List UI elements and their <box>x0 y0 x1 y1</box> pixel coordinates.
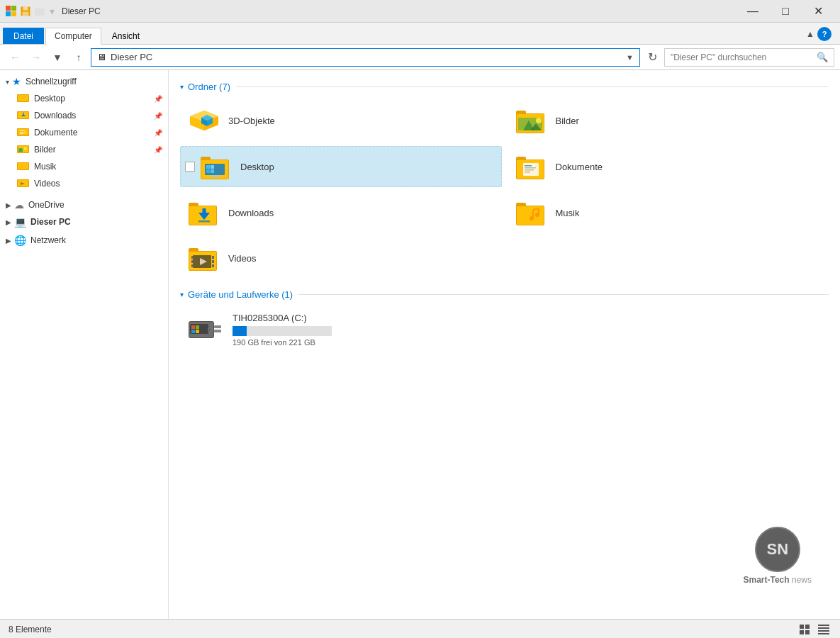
svg-rect-61 <box>525 169 534 171</box>
c-drive-bar-container <box>233 326 332 336</box>
schnellzugriff-label: Schnellzugriff <box>26 77 77 86</box>
ordner-chevron-icon: ▾ <box>180 83 184 91</box>
folder-item-dokumente[interactable]: Dokumente <box>508 146 829 187</box>
folder-item-3d-objekte[interactable]: 3D-Objekte <box>180 101 502 140</box>
tab-ansicht[interactable]: Ansicht <box>103 28 149 44</box>
onedrive-chevron: ▶ <box>6 201 11 209</box>
view-grid-button[interactable] <box>797 622 813 637</box>
ordner-section-header[interactable]: ▾ Ordner (7) <box>180 82 829 92</box>
desktop-checkbox[interactable] <box>185 162 195 172</box>
svg-rect-92 <box>214 325 221 328</box>
svg-rect-104 <box>818 633 829 634</box>
minimize-button[interactable]: — <box>737 0 769 23</box>
sidebar-dokumente-label: Dokumente <box>34 128 77 138</box>
title-bar-controls: — □ ✕ <box>737 0 834 23</box>
folder-item-musik[interactable]: Musik <box>508 193 829 233</box>
svg-rect-19 <box>20 133 23 134</box>
sidebar-videos-label: Videos <box>34 179 60 189</box>
sidebar-dieser-pc-header[interactable]: ▶ 💻 Dieser PC <box>0 213 168 230</box>
videos-folder-icon <box>17 177 30 190</box>
svg-text:♪: ♪ <box>21 164 23 169</box>
desktop-pin-icon: 📌 <box>154 95 162 103</box>
status-bar-right <box>797 622 831 637</box>
save-icon[interactable] <box>20 6 31 17</box>
drive-item-c[interactable]: TIH0285300A (C:) 190 GB frei von 221 GB <box>180 308 829 351</box>
dokumente-label: Dokumente <box>556 162 603 172</box>
tab-datei[interactable]: Datei <box>3 28 44 44</box>
svg-rect-17 <box>20 130 25 131</box>
address-input[interactable]: 🖥 Dieser PC ▼ <box>91 48 640 67</box>
maximize-button[interactable]: □ <box>769 0 802 23</box>
c-drive-name: TIH0285300A (C:) <box>233 313 822 323</box>
search-box[interactable]: 🔍 <box>664 48 834 67</box>
ribbon-collapse-icon[interactable]: ▲ <box>806 29 814 39</box>
svg-rect-81 <box>212 256 214 259</box>
tab-computer[interactable]: Computer <box>45 28 101 45</box>
sidebar-item-desktop[interactable]: Desktop 📌 <box>0 90 168 107</box>
dieser-pc-label: Dieser PC <box>30 217 71 227</box>
svg-rect-83 <box>212 264 214 267</box>
sidebar-item-dokumente[interactable]: Dokumente 📌 <box>0 124 168 141</box>
svg-rect-5 <box>23 6 28 10</box>
ordner-section-title: Ordner (7) <box>188 82 230 92</box>
ribbon-help: ▲ ? <box>806 27 837 44</box>
back-button[interactable]: ← <box>6 48 24 67</box>
svg-rect-67 <box>203 208 206 214</box>
dokumente-folder-icon <box>17 126 30 139</box>
svg-rect-71 <box>517 206 544 225</box>
downloads-folder-icon <box>17 109 30 122</box>
c-drive-icon <box>187 314 224 345</box>
musik-label: Musik <box>556 208 580 218</box>
dieser-pc-chevron: ▶ <box>6 218 11 226</box>
dropdown-button[interactable]: ▼ <box>48 48 67 67</box>
drives-section-header[interactable]: ▾ Geräte und Laufwerke (1) <box>180 289 829 300</box>
svg-rect-3 <box>11 11 16 16</box>
drives-section-title: Geräte und Laufwerke (1) <box>188 289 293 300</box>
svg-rect-80 <box>191 264 194 267</box>
search-icon[interactable]: 🔍 <box>817 52 828 62</box>
svg-rect-78 <box>191 256 194 259</box>
dokumente-pin-icon: 📌 <box>154 129 162 137</box>
svg-rect-88 <box>191 325 195 329</box>
netzwerk-label: Netzwerk <box>30 235 66 245</box>
new-folder-icon[interactable] <box>34 6 45 17</box>
sidebar-onedrive-header[interactable]: ▶ ☁ OneDrive <box>0 196 168 213</box>
address-bar: ← → ▼ ↑ 🖥 Dieser PC ▼ ↻ 🔍 <box>0 45 840 70</box>
svg-rect-103 <box>818 630 829 632</box>
bilder-folder-icon <box>17 143 30 156</box>
folder-item-videos[interactable]: Videos <box>180 238 502 278</box>
videos-label: Videos <box>228 253 257 264</box>
videos-folder-icon-main <box>187 242 221 274</box>
up-button[interactable]: ↑ <box>69 48 88 67</box>
svg-rect-89 <box>196 325 199 329</box>
folder-item-bilder[interactable]: Bilder <box>508 101 829 140</box>
sidebar-item-musik[interactable]: ♪ Musik <box>0 158 168 175</box>
sidebar-netzwerk-header[interactable]: ▶ 🌐 Netzwerk <box>0 232 168 249</box>
help-button[interactable]: ? <box>817 27 831 41</box>
dieser-pc-icon: 💻 <box>14 216 26 228</box>
close-button[interactable]: ✕ <box>802 0 834 23</box>
bilder-folder-icon-main <box>515 105 549 136</box>
refresh-button[interactable]: ↻ <box>643 48 661 67</box>
downloads-label: Downloads <box>228 208 274 218</box>
search-input[interactable] <box>671 52 817 62</box>
svg-rect-0 <box>6 6 11 11</box>
watermark: SN Smart-Tech news <box>744 527 812 585</box>
main-layout: ▾ ★ Schnellzugriff Desktop 📌 Downloads 📌… <box>0 70 840 619</box>
watermark-logo: SN <box>755 527 800 572</box>
sidebar-item-downloads[interactable]: Downloads 📌 <box>0 107 168 124</box>
onedrive-label: OneDrive <box>28 200 65 210</box>
sidebar-item-videos[interactable]: Videos <box>0 175 168 192</box>
folder-item-desktop[interactable]: Desktop <box>180 146 502 187</box>
drives-chevron-icon: ▾ <box>180 291 184 298</box>
sidebar-schnellzugriff-header[interactable]: ▾ ★ Schnellzugriff <box>0 73 168 90</box>
folder-item-downloads[interactable]: Downloads <box>180 193 502 233</box>
windows-icon <box>6 6 17 17</box>
sidebar-item-bilder[interactable]: Bilder 📌 <box>0 141 168 158</box>
drives-divider <box>298 294 829 295</box>
forward-button[interactable]: → <box>27 48 45 67</box>
c-drive-info: TIH0285300A (C:) 190 GB frei von 221 GB <box>233 313 822 347</box>
view-list-button[interactable] <box>816 622 831 637</box>
downloads-folder-icon-main <box>187 197 221 228</box>
status-bar: 8 Elemente <box>0 619 840 638</box>
